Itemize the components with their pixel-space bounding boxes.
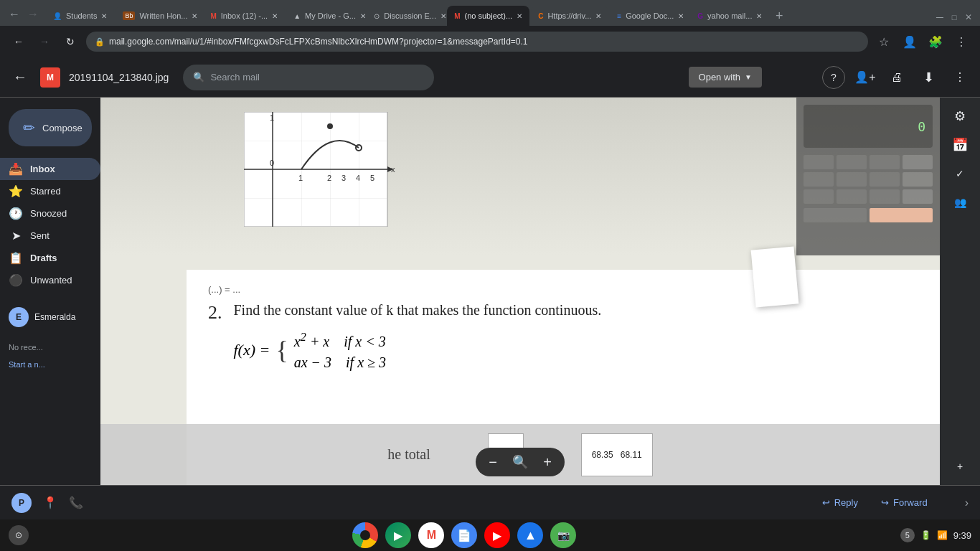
snoozed-label: Snoozed bbox=[30, 208, 67, 219]
no-recent-label: No rece... bbox=[0, 337, 100, 357]
tab-close-discussion[interactable]: ✕ bbox=[440, 12, 446, 20]
browser-refresh[interactable]: ↻ bbox=[60, 32, 80, 52]
bottom-text-label: he total bbox=[387, 446, 430, 463]
tab-close-gdocs[interactable]: ✕ bbox=[678, 12, 684, 20]
search-bar[interactable]: 🔍 Search mail bbox=[183, 65, 434, 90]
help-icon[interactable]: ? bbox=[822, 66, 845, 89]
compose-button[interactable]: ✏ Compose bbox=[9, 109, 92, 146]
clock: 9:39 bbox=[953, 530, 971, 541]
new-tab-btn[interactable]: + bbox=[771, 9, 788, 26]
svg-text:1: 1 bbox=[298, 174, 303, 182]
search-placeholder: Search mail bbox=[210, 72, 260, 83]
minimize-btn[interactable]: ─ bbox=[934, 11, 946, 23]
sidebar-item-unwanted[interactable]: ⚫ Unwanted bbox=[0, 269, 100, 291]
piecewise-piece2: ax − 3 if x ≥ 3 bbox=[294, 354, 386, 371]
sidebar-item-sent[interactable]: ➤ Sent bbox=[0, 225, 100, 247]
svg-text:5: 5 bbox=[370, 174, 374, 182]
tab-yahoo[interactable]: G yahoo mail... ✕ bbox=[690, 6, 769, 26]
taskbar-photos-icon[interactable]: 📷 bbox=[550, 522, 576, 548]
problem-text: Find the constant value of k that makes … bbox=[234, 302, 919, 319]
back-nav-btn[interactable]: ← bbox=[6, 6, 23, 23]
tab-close-https[interactable]: ✕ bbox=[595, 12, 601, 20]
tab-written[interactable]: Bb Written Hon... ✕ bbox=[116, 6, 202, 26]
avatar-icon: P bbox=[11, 493, 32, 513]
taskbar-gmail-icon[interactable]: M bbox=[418, 522, 444, 548]
extensions-icon[interactable]: 🧩 bbox=[925, 32, 946, 52]
tab-inbox[interactable]: M Inbox (12) -... ✕ bbox=[203, 6, 285, 26]
sidebar-item-snoozed[interactable]: 🕐 Snoozed bbox=[0, 202, 100, 225]
sidebar-item-starred[interactable]: ⭐ Starred bbox=[0, 180, 100, 202]
taskbar-drive-icon[interactable]: ▲ bbox=[517, 522, 543, 548]
gmail-back-button[interactable]: ← bbox=[9, 66, 32, 89]
profile-icon[interactable]: 👤 bbox=[900, 32, 920, 52]
taskbar-docs-icon[interactable]: 📄 bbox=[451, 522, 477, 548]
phone-icon[interactable]: 📞 bbox=[69, 496, 83, 509]
browser-menu[interactable]: ⋮ bbox=[951, 32, 971, 52]
reply-button[interactable]: ↩ Reply bbox=[822, 497, 858, 508]
inbox-label: Inbox bbox=[30, 164, 55, 174]
svg-text:3: 3 bbox=[341, 174, 346, 182]
browser-back[interactable]: ← bbox=[9, 32, 29, 52]
starred-label: Starred bbox=[30, 186, 61, 197]
sent-label: Sent bbox=[30, 230, 50, 241]
bookmark-icon[interactable]: ☆ bbox=[874, 32, 894, 52]
right-panel-tasks-icon[interactable]: ✓ bbox=[947, 161, 973, 187]
taskbar-center: ▶ M 📄 ▶ ▲ 📷 bbox=[352, 522, 576, 548]
address-bar[interactable]: 🔒 mail.google.com/mail/u/1/#inbox/FMfcgx… bbox=[86, 32, 868, 52]
right-panel-contacts-icon[interactable]: 👥 bbox=[947, 189, 973, 215]
contact-avatar-esmeralda: E bbox=[9, 307, 29, 327]
tab-close-inbox[interactable]: ✕ bbox=[272, 12, 278, 20]
right-panel-gear-icon[interactable]: ⚙ bbox=[947, 103, 973, 129]
tab-students[interactable]: 👤 Students ✕ bbox=[46, 6, 114, 26]
zoom-out-button[interactable]: − bbox=[480, 449, 506, 475]
tab-https-drive[interactable]: C Https://driv... ✕ bbox=[531, 6, 608, 26]
download-icon[interactable]: ⬇ bbox=[917, 66, 940, 89]
location-icon[interactable]: 📍 bbox=[43, 496, 57, 509]
system-icon[interactable]: ⊙ bbox=[9, 525, 29, 545]
close-browser-btn[interactable]: ✕ bbox=[963, 11, 974, 23]
zoom-icon: 🔍 bbox=[507, 449, 533, 475]
more-options-icon[interactable]: ⋮ bbox=[948, 66, 971, 89]
forward-nav-btn[interactable]: → bbox=[24, 6, 42, 23]
browser-tabs: ← → 👤 Students ✕ Bb Written Hon... ✕ M I… bbox=[0, 0, 980, 26]
attachment-filename: 20191104_213840.jpg bbox=[69, 72, 169, 83]
tab-close-yahoo[interactable]: ✕ bbox=[756, 12, 762, 20]
browser-forward[interactable]: → bbox=[34, 32, 55, 52]
unwanted-icon: ⚫ bbox=[9, 273, 23, 287]
graph-area: 1 0 1 2 3 4 5 x 0 bbox=[100, 98, 940, 255]
tab-close-no-subject[interactable]: ✕ bbox=[517, 12, 522, 20]
email-footer-bar: P 📍 📞 ↩ Reply ↪ Forward › bbox=[0, 485, 980, 519]
add-account-icon[interactable]: 👤+ bbox=[854, 66, 877, 89]
image-viewer: 1 0 1 2 3 4 5 x 0 bbox=[100, 98, 940, 485]
sidebar-item-drafts[interactable]: 📋 Drafts bbox=[0, 247, 100, 269]
tab-close-written[interactable]: ✕ bbox=[192, 12, 197, 20]
drafts-label: Drafts bbox=[30, 253, 57, 263]
gmail-logo: M bbox=[40, 67, 60, 88]
taskbar-youtube-icon[interactable]: ▶ bbox=[484, 522, 510, 548]
next-message-icon[interactable]: › bbox=[965, 496, 969, 509]
contact-esmeralda[interactable]: E Esmeralda bbox=[0, 303, 100, 331]
tab-close-students[interactable]: ✕ bbox=[101, 12, 107, 20]
tab-google-docs[interactable]: ≡ Google Doc... ✕ bbox=[610, 6, 689, 26]
svg-text:1: 1 bbox=[270, 113, 274, 122]
taskbar-chrome-icon[interactable] bbox=[352, 522, 378, 548]
tab-discussion[interactable]: ⊙ Discussion E... ✕ bbox=[367, 6, 446, 26]
start-new-link[interactable]: Start a n... bbox=[0, 357, 100, 372]
right-panel-calendar-icon[interactable]: 📅 bbox=[947, 132, 973, 158]
tab-no-subject[interactable]: M (no subject)... ✕ bbox=[447, 6, 529, 26]
maximize-btn[interactable]: □ bbox=[948, 11, 960, 23]
compose-label: Compose bbox=[42, 123, 83, 133]
forward-button[interactable]: ↪ Forward bbox=[881, 497, 928, 508]
sidebar-item-inbox[interactable]: 📥 Inbox bbox=[0, 158, 100, 180]
lock-icon: 🔒 bbox=[95, 37, 105, 47]
tab-close-drive[interactable]: ✕ bbox=[360, 12, 365, 20]
paper-fold bbox=[751, 247, 799, 308]
taskbar-play-icon[interactable]: ▶ bbox=[385, 522, 411, 548]
notification-badge[interactable]: 5 bbox=[900, 528, 915, 542]
tab-drive[interactable]: ▲ My Drive - G... ✕ bbox=[286, 6, 365, 26]
print-icon[interactable]: 🖨 bbox=[885, 66, 908, 89]
zoom-in-button[interactable]: + bbox=[534, 449, 560, 475]
forward-icon: ↪ bbox=[881, 497, 889, 508]
right-panel-expand-icon[interactable]: + bbox=[947, 453, 973, 479]
open-with-button[interactable]: Open with ▼ bbox=[689, 67, 762, 88]
